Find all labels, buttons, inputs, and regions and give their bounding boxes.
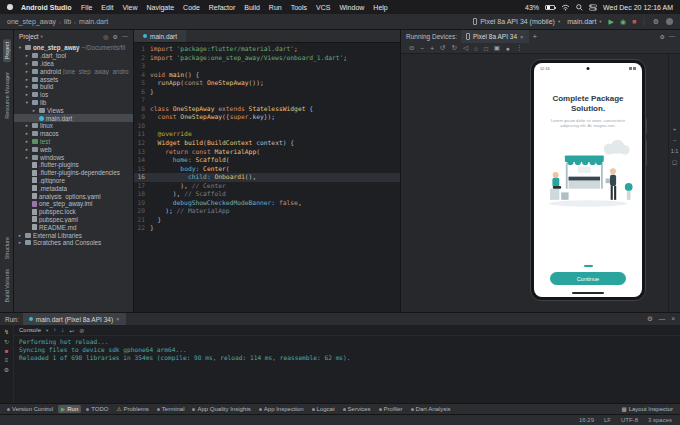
tree-item-android[interactable]: ▸android [one_step_away_andro [14,67,133,75]
tree-item-gitignore[interactable]: .gitignore [14,177,133,185]
menu-item-vcs[interactable]: VCS [312,4,335,11]
status-item-3-spaces[interactable]: 3 spaces [648,417,672,423]
user-avatar[interactable] [666,18,673,25]
clear-console-icon[interactable]: ⊘ [79,327,84,334]
status-item-utf-8[interactable]: UTF-8 [621,417,638,423]
toolwindow-button-app-quality-insights[interactable]: App Quality Insights [189,405,253,413]
more-icon[interactable]: ⋮ [516,44,523,52]
tree-chevron-icon[interactable]: ▸ [24,155,30,160]
toolwindow-button-version-control[interactable]: Version Control [4,405,56,413]
editor-tab-main-dart[interactable]: main.dart [134,30,186,42]
stop-icon[interactable]: ■ [5,348,9,354]
screenshot-icon[interactable]: ▣ [494,44,500,52]
tree-item-pubspec-yaml[interactable]: pubspec.yaml [14,216,133,224]
toolwindow-resource-manager[interactable]: Resource Manager [4,72,10,119]
tree-item-idea[interactable]: ▸.idea [14,60,133,68]
tree-item-pubspec-lock[interactable]: pubspec.lock [14,208,133,216]
tree-item-external-libraries[interactable]: ▸External Libraries [14,231,133,239]
tree-chevron-icon[interactable]: ▾ [24,100,30,105]
rerun-icon[interactable]: ↻ [4,338,9,345]
console-output[interactable]: Performing hot reload...Syncing files to… [14,336,680,403]
overview-icon[interactable]: □ [484,45,488,52]
home-icon[interactable]: ○ [474,45,478,52]
scroll-up-icon[interactable]: ↑ [53,327,56,334]
toolwindow-build-variants[interactable]: Build Variants [4,269,10,303]
minimize-icon[interactable]: — [659,315,666,323]
close-icon[interactable]: × [116,316,120,322]
toolwindow-structure[interactable]: Structure [4,237,10,259]
menu-item-window[interactable]: Window [335,4,369,11]
code-line[interactable]: 5 runApp(const OneStepAway()); [134,79,400,88]
code-line[interactable]: 13 return const MaterialApp( [134,148,400,157]
tree-item-views[interactable]: ▸Views [14,106,133,114]
tree-item-main-dart[interactable]: main.dart [14,114,133,122]
tree-chevron-icon[interactable]: ▸ [24,139,30,144]
run-button[interactable]: ▶ [609,18,614,26]
tree-chevron-icon[interactable]: ▸ [17,233,23,238]
toolwindow-button-services[interactable]: Services [340,405,374,413]
menu-app-name[interactable]: Android Studio [18,4,75,11]
code-line[interactable]: 21 } [134,216,400,225]
device-selector[interactable]: Pixel 8a API 34 (mobile) ▾ [473,18,560,25]
menu-item-edit[interactable]: Edit [97,4,118,11]
menu-item-help[interactable]: Help [369,4,392,11]
add-device-button[interactable]: + [533,32,538,41]
emulator-phone[interactable]: 12:16 Complete PackageSolution. Lorem ip… [530,59,646,301]
tree-chevron-icon[interactable]: ▸ [24,61,30,66]
toolwindow-button-problems[interactable]: ⚠Problems [114,405,152,413]
settings-gear-icon[interactable]: ⚙ [647,315,653,323]
settings-gear-icon[interactable]: ⚙ [660,33,665,40]
tree-item-web[interactable]: ▸web [14,145,133,153]
tree-chevron-icon[interactable]: ▸ [24,92,30,97]
tree-item-one-step-away-iml[interactable]: one_step_away.iml [14,200,133,208]
breadcrumb-item[interactable]: lib [64,18,71,25]
code-line[interactable]: 4void main() { [134,71,400,80]
device-tab[interactable]: Pixel 8a API 34 × [461,30,529,43]
tree-chevron-icon[interactable]: ▸ [31,108,37,113]
menu-item-view[interactable]: View [118,4,142,11]
project-panel-title[interactable]: Project [19,33,39,40]
hot-reload-icon[interactable]: ↯ [4,328,9,335]
tree-item-readme-md[interactable]: README.md [14,223,133,231]
tree-chevron-icon[interactable]: ▸ [24,84,30,89]
scroll-down-icon[interactable]: ↓ [61,327,64,334]
status-item-16-29[interactable]: 16:29 [579,417,594,423]
volume-down-icon[interactable]: − [420,45,424,52]
tree-chevron-icon[interactable]: ▸ [24,123,30,128]
code-line[interactable]: 11 @override [134,130,400,139]
code-line[interactable]: 19 debugShowCheckedModeBanner: false, [134,199,400,208]
tree-item-linux[interactable]: ▸linux [14,122,133,130]
tree-item-windows[interactable]: ▸windows [14,153,133,161]
power-icon[interactable]: ⊙ [409,44,414,52]
toolwindow-button-dart-analysis[interactable]: Dart Analysis [408,405,454,413]
tree-chevron-icon[interactable]: ▸ [24,131,30,136]
stop-button[interactable]: ■ [632,18,636,25]
control-center-icon[interactable] [589,4,597,11]
close-icon[interactable]: × [671,315,675,323]
tree-item-metadata[interactable]: .metadata [14,184,133,192]
toolwindow-button-todo[interactable]: TODO [83,405,111,413]
tree-item-assets[interactable]: ▸assets [14,75,133,83]
tree-chevron-icon[interactable]: ▾ [17,45,23,50]
menu-item-navigate[interactable]: Navigate [142,4,179,11]
settings-gear-icon[interactable]: ⚙ [653,18,659,26]
console-dropdown[interactable]: Console [19,327,41,333]
rotate-left-icon[interactable]: ↺ [440,44,445,52]
tree-item-build[interactable]: ▸build [14,83,133,91]
apple-logo-icon[interactable] [7,4,13,10]
hide-panel-icon[interactable]: — [122,33,128,40]
soft-wrap-icon[interactable]: ↩ [69,327,74,334]
menu-item-refactor[interactable]: Refactor [204,4,239,11]
code-line[interactable]: 12 Widget build(BuildContext context) { [134,139,400,148]
tree-item-scratches-and-consoles[interactable]: ▸Scratches and Consoles [14,239,133,247]
record-icon[interactable]: ● [506,45,510,52]
console-settings-icon[interactable]: ⚙ [4,366,9,373]
tree-chevron-icon[interactable]: ▸ [24,53,30,58]
toolwindow-button-run[interactable]: ▶Run [58,405,81,413]
tree-item-ios[interactable]: ▸ios [14,91,133,99]
volume-up-icon[interactable]: + [430,45,434,52]
tree-chevron-icon[interactable]: ▸ [24,77,30,82]
code-line[interactable]: 15 body: Center( [134,165,400,174]
breadcrumb-item[interactable]: main.dart [79,18,108,25]
tree-item-dart-tool[interactable]: ▸.dart_tool [14,52,133,60]
